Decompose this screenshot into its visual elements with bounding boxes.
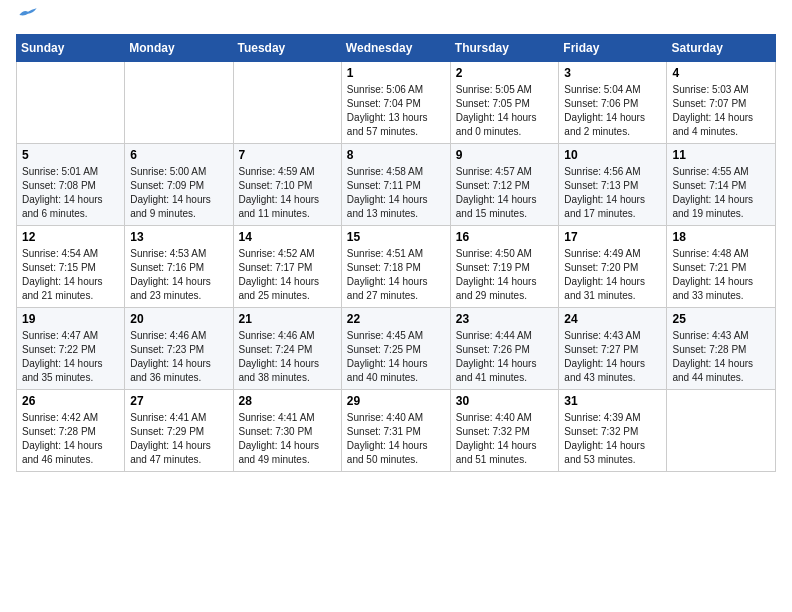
calendar-week-row: 26Sunrise: 4:42 AMSunset: 7:28 PMDayligh… (17, 390, 776, 472)
weekday-header-tuesday: Tuesday (233, 35, 341, 62)
calendar-cell: 14Sunrise: 4:52 AMSunset: 7:17 PMDayligh… (233, 226, 341, 308)
day-info: Sunrise: 4:46 AMSunset: 7:24 PMDaylight:… (239, 329, 336, 385)
calendar-cell: 21Sunrise: 4:46 AMSunset: 7:24 PMDayligh… (233, 308, 341, 390)
calendar-week-row: 19Sunrise: 4:47 AMSunset: 7:22 PMDayligh… (17, 308, 776, 390)
day-info: Sunrise: 4:47 AMSunset: 7:22 PMDaylight:… (22, 329, 119, 385)
day-number: 4 (672, 66, 770, 80)
day-number: 17 (564, 230, 661, 244)
weekday-header-thursday: Thursday (450, 35, 559, 62)
day-number: 24 (564, 312, 661, 326)
calendar-cell: 23Sunrise: 4:44 AMSunset: 7:26 PMDayligh… (450, 308, 559, 390)
day-number: 13 (130, 230, 227, 244)
calendar-week-row: 1Sunrise: 5:06 AMSunset: 7:04 PMDaylight… (17, 62, 776, 144)
day-number: 8 (347, 148, 445, 162)
weekday-header-wednesday: Wednesday (341, 35, 450, 62)
day-info: Sunrise: 5:06 AMSunset: 7:04 PMDaylight:… (347, 83, 445, 139)
day-info: Sunrise: 4:46 AMSunset: 7:23 PMDaylight:… (130, 329, 227, 385)
day-number: 19 (22, 312, 119, 326)
calendar-cell: 11Sunrise: 4:55 AMSunset: 7:14 PMDayligh… (667, 144, 776, 226)
day-info: Sunrise: 5:00 AMSunset: 7:09 PMDaylight:… (130, 165, 227, 221)
calendar-cell: 2Sunrise: 5:05 AMSunset: 7:05 PMDaylight… (450, 62, 559, 144)
day-number: 3 (564, 66, 661, 80)
calendar-week-row: 5Sunrise: 5:01 AMSunset: 7:08 PMDaylight… (17, 144, 776, 226)
calendar-cell: 25Sunrise: 4:43 AMSunset: 7:28 PMDayligh… (667, 308, 776, 390)
day-info: Sunrise: 4:59 AMSunset: 7:10 PMDaylight:… (239, 165, 336, 221)
calendar-cell: 18Sunrise: 4:48 AMSunset: 7:21 PMDayligh… (667, 226, 776, 308)
day-info: Sunrise: 4:43 AMSunset: 7:27 PMDaylight:… (564, 329, 661, 385)
calendar-cell: 20Sunrise: 4:46 AMSunset: 7:23 PMDayligh… (125, 308, 233, 390)
calendar-cell: 15Sunrise: 4:51 AMSunset: 7:18 PMDayligh… (341, 226, 450, 308)
day-info: Sunrise: 4:54 AMSunset: 7:15 PMDaylight:… (22, 247, 119, 303)
calendar-cell: 4Sunrise: 5:03 AMSunset: 7:07 PMDaylight… (667, 62, 776, 144)
calendar-cell: 30Sunrise: 4:40 AMSunset: 7:32 PMDayligh… (450, 390, 559, 472)
calendar-cell: 8Sunrise: 4:58 AMSunset: 7:11 PMDaylight… (341, 144, 450, 226)
day-number: 10 (564, 148, 661, 162)
calendar-cell: 17Sunrise: 4:49 AMSunset: 7:20 PMDayligh… (559, 226, 667, 308)
calendar-cell: 1Sunrise: 5:06 AMSunset: 7:04 PMDaylight… (341, 62, 450, 144)
day-number: 23 (456, 312, 554, 326)
calendar-cell: 29Sunrise: 4:40 AMSunset: 7:31 PMDayligh… (341, 390, 450, 472)
day-info: Sunrise: 4:40 AMSunset: 7:32 PMDaylight:… (456, 411, 554, 467)
day-info: Sunrise: 5:04 AMSunset: 7:06 PMDaylight:… (564, 83, 661, 139)
day-info: Sunrise: 4:57 AMSunset: 7:12 PMDaylight:… (456, 165, 554, 221)
day-info: Sunrise: 4:58 AMSunset: 7:11 PMDaylight:… (347, 165, 445, 221)
day-number: 2 (456, 66, 554, 80)
day-number: 11 (672, 148, 770, 162)
calendar-cell (17, 62, 125, 144)
day-number: 5 (22, 148, 119, 162)
day-number: 18 (672, 230, 770, 244)
day-number: 20 (130, 312, 227, 326)
calendar-cell: 16Sunrise: 4:50 AMSunset: 7:19 PMDayligh… (450, 226, 559, 308)
day-number: 1 (347, 66, 445, 80)
day-number: 15 (347, 230, 445, 244)
calendar-cell: 27Sunrise: 4:41 AMSunset: 7:29 PMDayligh… (125, 390, 233, 472)
calendar-cell: 28Sunrise: 4:41 AMSunset: 7:30 PMDayligh… (233, 390, 341, 472)
calendar-cell: 24Sunrise: 4:43 AMSunset: 7:27 PMDayligh… (559, 308, 667, 390)
logo (16, 16, 38, 22)
day-info: Sunrise: 4:56 AMSunset: 7:13 PMDaylight:… (564, 165, 661, 221)
logo-bird-icon (18, 8, 38, 22)
day-info: Sunrise: 4:55 AMSunset: 7:14 PMDaylight:… (672, 165, 770, 221)
day-info: Sunrise: 5:03 AMSunset: 7:07 PMDaylight:… (672, 83, 770, 139)
day-info: Sunrise: 4:42 AMSunset: 7:28 PMDaylight:… (22, 411, 119, 467)
day-info: Sunrise: 4:48 AMSunset: 7:21 PMDaylight:… (672, 247, 770, 303)
calendar-cell: 5Sunrise: 5:01 AMSunset: 7:08 PMDaylight… (17, 144, 125, 226)
day-number: 25 (672, 312, 770, 326)
calendar-cell: 10Sunrise: 4:56 AMSunset: 7:13 PMDayligh… (559, 144, 667, 226)
day-info: Sunrise: 5:05 AMSunset: 7:05 PMDaylight:… (456, 83, 554, 139)
calendar-header-row: SundayMondayTuesdayWednesdayThursdayFrid… (17, 35, 776, 62)
day-info: Sunrise: 4:52 AMSunset: 7:17 PMDaylight:… (239, 247, 336, 303)
calendar-cell (125, 62, 233, 144)
calendar-cell: 12Sunrise: 4:54 AMSunset: 7:15 PMDayligh… (17, 226, 125, 308)
calendar-cell: 22Sunrise: 4:45 AMSunset: 7:25 PMDayligh… (341, 308, 450, 390)
weekday-header-friday: Friday (559, 35, 667, 62)
calendar-cell: 7Sunrise: 4:59 AMSunset: 7:10 PMDaylight… (233, 144, 341, 226)
day-info: Sunrise: 4:53 AMSunset: 7:16 PMDaylight:… (130, 247, 227, 303)
calendar-cell: 9Sunrise: 4:57 AMSunset: 7:12 PMDaylight… (450, 144, 559, 226)
day-number: 14 (239, 230, 336, 244)
day-info: Sunrise: 4:49 AMSunset: 7:20 PMDaylight:… (564, 247, 661, 303)
day-number: 31 (564, 394, 661, 408)
calendar-cell (233, 62, 341, 144)
day-info: Sunrise: 4:41 AMSunset: 7:29 PMDaylight:… (130, 411, 227, 467)
day-number: 16 (456, 230, 554, 244)
day-info: Sunrise: 4:40 AMSunset: 7:31 PMDaylight:… (347, 411, 445, 467)
day-info: Sunrise: 4:44 AMSunset: 7:26 PMDaylight:… (456, 329, 554, 385)
day-number: 12 (22, 230, 119, 244)
day-info: Sunrise: 4:50 AMSunset: 7:19 PMDaylight:… (456, 247, 554, 303)
day-info: Sunrise: 4:51 AMSunset: 7:18 PMDaylight:… (347, 247, 445, 303)
calendar-cell: 26Sunrise: 4:42 AMSunset: 7:28 PMDayligh… (17, 390, 125, 472)
calendar-table: SundayMondayTuesdayWednesdayThursdayFrid… (16, 34, 776, 472)
weekday-header-monday: Monday (125, 35, 233, 62)
weekday-header-saturday: Saturday (667, 35, 776, 62)
day-number: 21 (239, 312, 336, 326)
calendar-cell (667, 390, 776, 472)
calendar-cell: 13Sunrise: 4:53 AMSunset: 7:16 PMDayligh… (125, 226, 233, 308)
calendar-cell: 19Sunrise: 4:47 AMSunset: 7:22 PMDayligh… (17, 308, 125, 390)
day-number: 29 (347, 394, 445, 408)
calendar-week-row: 12Sunrise: 4:54 AMSunset: 7:15 PMDayligh… (17, 226, 776, 308)
calendar-cell: 3Sunrise: 5:04 AMSunset: 7:06 PMDaylight… (559, 62, 667, 144)
day-number: 27 (130, 394, 227, 408)
calendar-cell: 31Sunrise: 4:39 AMSunset: 7:32 PMDayligh… (559, 390, 667, 472)
day-number: 26 (22, 394, 119, 408)
